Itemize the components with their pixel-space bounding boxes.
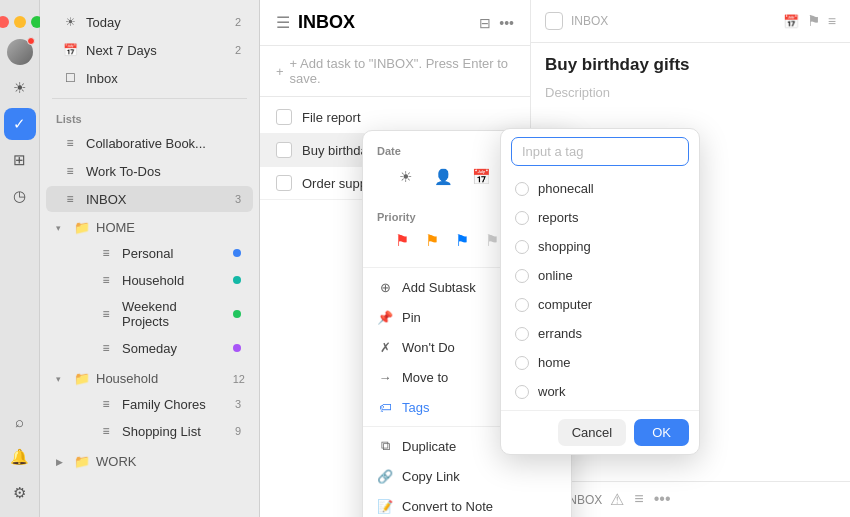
tasks-nav-icon[interactable]: ✓ [4, 108, 36, 140]
sidebar-item-label: Personal [122, 246, 225, 261]
sidebar-group-work: ▶ 📁 WORK [40, 449, 259, 474]
tags-footer: Cancel OK [501, 410, 699, 454]
sidebar-item-label: Today [86, 15, 227, 30]
sidebar-item-someday[interactable]: ≡ Someday [82, 335, 253, 361]
tag-item-reports[interactable]: reports [501, 203, 699, 232]
tag-label: computer [538, 297, 592, 312]
sidebar-item-next7[interactable]: 📅 Next 7 Days 2 [46, 37, 253, 63]
filter-icon[interactable]: ⊟ [479, 15, 491, 31]
sidebar-item-work-todos[interactable]: ≡ Work To-Dos [46, 158, 253, 184]
tag-circle-icon [515, 298, 529, 312]
date-sun-icon[interactable]: ☀ [391, 163, 419, 191]
family-count: 3 [235, 398, 241, 410]
tag-circle-icon [515, 269, 529, 283]
ok-button[interactable]: OK [634, 419, 689, 446]
grid-nav-icon[interactable]: ⊞ [4, 144, 36, 176]
menu-item-copy-link[interactable]: 🔗 Copy Link [363, 461, 571, 491]
dot-indicator [233, 276, 241, 284]
cancel-button[interactable]: Cancel [558, 419, 626, 446]
date-cal1-icon[interactable]: 📅 [467, 163, 495, 191]
menu-item-convert-note[interactable]: 📝 Convert to Note [363, 491, 571, 517]
tag-item-phonecall[interactable]: phonecall [501, 174, 699, 203]
menu-icon[interactable]: ☰ [276, 13, 290, 32]
today-nav-icon[interactable]: ☀ [4, 72, 36, 104]
sidebar-item-shopping-list[interactable]: ≡ Shopping List 9 [82, 418, 253, 444]
tag-label: reports [538, 210, 578, 225]
move-icon: → [377, 369, 393, 385]
task-complete-checkbox[interactable] [545, 12, 563, 30]
sidebar-item-weekend[interactable]: ≡ Weekend Projects [82, 294, 253, 334]
group-count: 12 [233, 373, 245, 385]
bell-nav-icon[interactable]: 🔔 [4, 441, 36, 473]
lines-icon[interactable]: ≡ [634, 490, 643, 509]
sidebar-item-today[interactable]: ☀ Today 2 [46, 9, 253, 35]
avatar-nav[interactable] [4, 36, 36, 68]
close-button[interactable] [0, 16, 9, 28]
tag-item-home[interactable]: home [501, 348, 699, 377]
group-label: HOME [96, 220, 245, 235]
add-task-placeholder: + Add task to "INBOX". Press Enter to sa… [290, 56, 514, 86]
inbox-count: 3 [235, 193, 241, 205]
household-children: ≡ Family Chores 3 ≡ Shopping List 9 [40, 391, 259, 444]
task-checkbox[interactable] [276, 109, 292, 125]
add-task-bar[interactable]: + + Add task to "INBOX". Press Enter to … [260, 46, 530, 97]
list-icon: ≡ [98, 272, 114, 288]
tag-label: phonecall [538, 181, 594, 196]
task-checkbox[interactable] [276, 142, 292, 158]
due-date-icon: 📅 [783, 14, 799, 29]
tag-label: home [538, 355, 571, 370]
more-icon[interactable]: ••• [499, 15, 514, 31]
tag-circle-icon [515, 356, 529, 370]
sidebar-item-inbox-smart[interactable]: ☐ Inbox [46, 65, 253, 91]
settings-nav-icon[interactable]: ⚙ [4, 477, 36, 509]
tag-item-errands[interactable]: errands [501, 319, 699, 348]
tag-item-computer[interactable]: computer [501, 290, 699, 319]
sidebar-item-label: Family Chores [122, 397, 227, 412]
sidebar-group-home-header[interactable]: ▾ 📁 HOME [46, 216, 253, 239]
menu-label: Copy Link [402, 469, 557, 484]
sidebar-item-family-chores[interactable]: ≡ Family Chores 3 [82, 391, 253, 417]
clock-nav-icon[interactable]: ◷ [4, 180, 36, 212]
tag-item-work[interactable]: work [501, 377, 699, 406]
calendar-icon: 📅 [62, 42, 78, 58]
list-icon: ≡ [98, 306, 114, 322]
group-label: Household [96, 371, 227, 386]
flag-blue[interactable]: ⚑ [451, 229, 473, 251]
tag-input-field[interactable] [511, 137, 689, 166]
tag-circle-icon [515, 211, 529, 225]
right-header: INBOX 📅 ⚑ ≡ [531, 0, 850, 43]
right-footer-actions: ⚠ ≡ ••• [610, 490, 670, 509]
tag-item-online[interactable]: online [501, 261, 699, 290]
sidebar: ☀ Today 2 📅 Next 7 Days 2 ☐ Inbox Lists … [40, 0, 260, 517]
divider [52, 98, 247, 99]
add-subtask-icon: ⊕ [377, 279, 393, 295]
task-checkbox[interactable] [276, 175, 292, 191]
right-description[interactable]: Description [531, 81, 850, 112]
tag-label: online [538, 268, 573, 283]
flag-icon[interactable]: ⚑ [807, 12, 820, 30]
right-task-title: Buy birthday gifts [531, 43, 850, 81]
sidebar-item-inbox[interactable]: ≡ INBOX 3 [46, 186, 253, 212]
tag-label: work [538, 384, 565, 399]
sidebar-item-label: Collaborative Book... [86, 136, 241, 151]
sidebar-item-personal[interactable]: ≡ Personal [82, 240, 253, 266]
warning-icon[interactable]: ⚠ [610, 490, 624, 509]
home-children: ≡ Personal ≡ Household ≡ Weekend Project… [40, 240, 259, 361]
more-actions-icon[interactable]: ••• [654, 490, 671, 509]
link-icon: 🔗 [377, 468, 393, 484]
list-icon: ≡ [98, 245, 114, 261]
flag-red[interactable]: ⚑ [391, 229, 413, 251]
search-nav-icon[interactable]: ⌕ [4, 405, 36, 437]
sidebar-item-household[interactable]: ≡ Household [82, 267, 253, 293]
menu-label: Convert to Note [402, 499, 557, 514]
group-label: WORK [96, 454, 245, 469]
minimize-button[interactable] [14, 16, 26, 28]
sidebar-group-household-header[interactable]: ▾ 📁 Household 12 [46, 367, 253, 390]
sidebar-group-work-header[interactable]: ▶ 📁 WORK [46, 450, 253, 473]
date-person-icon[interactable]: 👤 [429, 163, 457, 191]
more-icon[interactable]: ≡ [828, 13, 836, 29]
flag-orange[interactable]: ⚑ [421, 229, 443, 251]
list-icon: ≡ [62, 191, 78, 207]
sidebar-item-collab[interactable]: ≡ Collaborative Book... [46, 130, 253, 156]
tag-item-shopping[interactable]: shopping [501, 232, 699, 261]
